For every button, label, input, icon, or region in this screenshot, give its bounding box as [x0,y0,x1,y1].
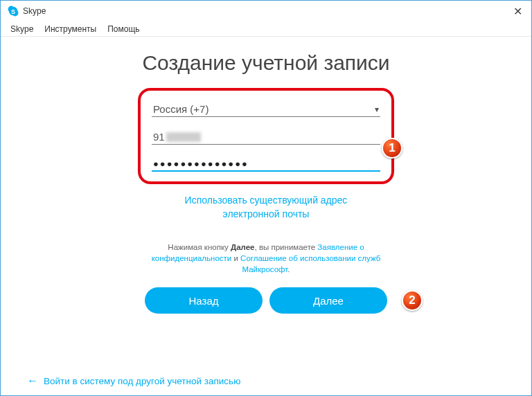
phone-input[interactable]: 91 [152,127,380,145]
annotation-badge-1: 1 [382,138,402,159]
svg-text:S: S [11,8,15,15]
back-button[interactable]: Назад [145,287,263,314]
arrow-left-icon: ← [27,375,38,387]
agreement-suffix: . [287,265,290,273]
chevron-down-icon: ▾ [375,105,379,114]
page-heading: Создание учетной записи [1,51,531,75]
country-select[interactable]: Россия (+7) ▾ [152,99,380,117]
agreement-mid: , вы принимаете [255,243,318,251]
titlebar: S Skype ✕ [1,1,531,21]
terms-link[interactable]: Соглашение об использовании служб Майкро… [240,254,380,273]
agreement-text: Нажимая кнопку Далее, вы принимаете Заяв… [141,242,391,275]
skype-logo-icon: S [8,6,19,17]
menubar: Skype Инструменты Помощь [1,21,531,37]
menu-help[interactable]: Помощь [102,24,145,34]
button-row: Назад Далее 2 [127,287,405,314]
window-title: Skype [23,6,509,16]
close-button[interactable]: ✕ [509,5,526,18]
main-content: Создание учетной записи Россия (+7) ▾ 91… [1,37,531,314]
sign-in-other-account-link[interactable]: ← Войти в систему под другой учетной зап… [27,375,240,387]
sign-in-other-account-label: Войти в систему под другой учетной запис… [44,376,240,386]
country-label: Россия (+7) [153,103,209,115]
agreement-prefix: Нажимая кнопку [168,243,231,251]
agreement-bold: Далее [231,243,255,251]
agreement-and: и [231,254,240,262]
phone-visible-digits: 91 [153,131,165,143]
menu-skype[interactable]: Skype [5,24,39,34]
menu-tools[interactable]: Инструменты [39,24,102,34]
signup-form-annotated: Россия (+7) ▾ 91 ●●●●●●●●●●●●●● 1 [138,88,394,184]
password-input[interactable]: ●●●●●●●●●●●●●● [152,154,380,172]
annotation-badge-2: 2 [402,290,423,311]
use-existing-email-link[interactable]: Использовать существующий адрес электрон… [162,194,370,221]
next-button[interactable]: Далее [269,287,387,314]
phone-redacted [166,132,201,142]
